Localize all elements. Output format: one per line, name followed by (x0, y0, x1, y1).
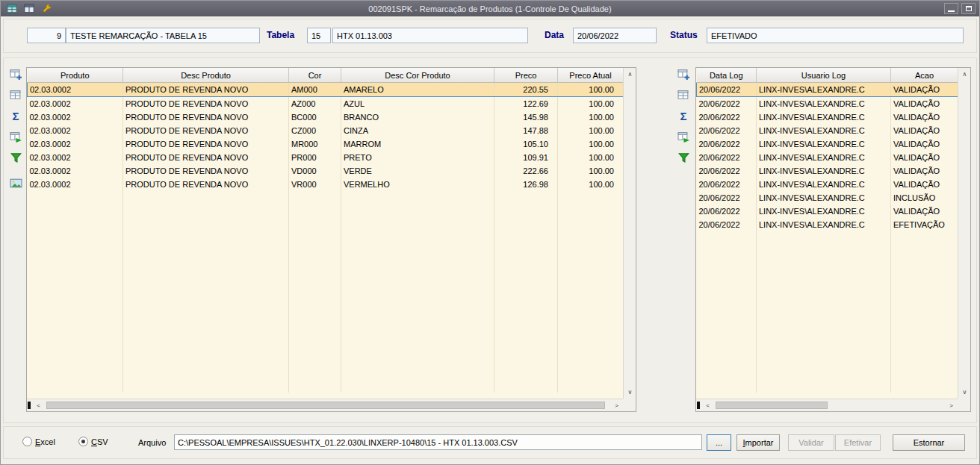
scroll-right-icon[interactable]: > (945, 399, 958, 411)
cell[interactable]: PRODUTO DE REVENDA NOVO (123, 83, 289, 97)
cell[interactable]: 100.00 (558, 151, 624, 164)
cell[interactable]: 100.00 (558, 97, 624, 111)
cell[interactable]: PRODUTO DE REVENDA NOVO (123, 137, 289, 151)
tabela-number-field[interactable]: 15 (307, 28, 331, 43)
cell[interactable]: AMARELO (341, 83, 494, 97)
data-field[interactable]: 20/06/2022 (573, 28, 657, 43)
cell[interactable]: 20/06/2022 (697, 83, 757, 97)
cell[interactable]: PRODUTO DE REVENDA NOVO (123, 151, 289, 164)
cell[interactable]: 105.10 (494, 137, 558, 151)
cell[interactable]: AZUL (341, 97, 494, 111)
table-row[interactable]: 20/06/2022LINX-INVES\ALEXANDRE.CINCLUSÃO (697, 191, 958, 205)
cell[interactable]: 20/06/2022 (697, 164, 757, 178)
arquivo-input[interactable] (174, 434, 702, 450)
cell[interactable]: VR000 (289, 178, 341, 191)
grid-layout-icon[interactable] (9, 88, 22, 102)
table-row[interactable]: 20/06/2022LINX-INVES\ALEXANDRE.CVALIDAÇÃ… (697, 124, 958, 137)
cell[interactable]: 100.00 (558, 178, 624, 191)
cell[interactable]: 02.03.0002 (28, 124, 123, 137)
cell[interactable]: 20/06/2022 (697, 218, 757, 231)
cell[interactable]: PRODUTO DE REVENDA NOVO (123, 178, 289, 191)
cell[interactable]: 20/06/2022 (697, 97, 757, 111)
cell[interactable]: VALIDAÇÃO (891, 124, 958, 137)
cell[interactable]: 20/06/2022 (697, 205, 757, 218)
grid-customize-icon[interactable] (9, 67, 22, 81)
cell[interactable]: 02.03.0002 (28, 83, 123, 97)
cell[interactable]: PR000 (289, 151, 341, 164)
cell[interactable]: INCLUSÃO (891, 191, 958, 205)
hscroll-thumb[interactable] (46, 402, 605, 409)
log-vertical-scrollbar[interactable]: ∧ ∨ (958, 68, 970, 399)
column-header[interactable]: Preco (494, 68, 558, 83)
cell[interactable]: VERDE (341, 164, 494, 178)
cell[interactable]: VERMELHO (341, 178, 494, 191)
cell[interactable]: 20/06/2022 (697, 110, 757, 124)
cell[interactable]: VALIDAÇÃO (891, 83, 958, 97)
scroll-down-icon[interactable]: ∨ (958, 387, 971, 398)
image-icon[interactable] (9, 176, 22, 190)
filter-icon[interactable] (677, 151, 690, 164)
cell[interactable]: LINX-INVES\ALEXANDRE.C (757, 218, 891, 231)
cell[interactable]: 20/06/2022 (697, 151, 757, 164)
grid-customize-icon[interactable] (677, 67, 690, 81)
cell[interactable]: VALIDAÇÃO (891, 97, 958, 111)
cell[interactable]: LINX-INVES\ALEXANDRE.C (757, 110, 891, 124)
record-name-field[interactable]: TESTE REMARCAÇÃO - TABELA 15 (66, 28, 260, 43)
table-row[interactable]: 02.03.0002PRODUTO DE REVENDA NOVOCZ000CI… (28, 124, 624, 137)
cell[interactable]: CZ000 (289, 124, 341, 137)
hscroll-thumb[interactable] (716, 402, 828, 409)
cell[interactable]: PRETO (341, 151, 494, 164)
cell[interactable]: PRODUTO DE REVENDA NOVO (123, 164, 289, 178)
table-row[interactable]: 02.03.0002PRODUTO DE REVENDA NOVOVD000VE… (28, 164, 624, 178)
scroll-left-icon[interactable]: < (32, 399, 45, 411)
log-horizontal-scrollbar[interactable]: < > (696, 399, 958, 411)
cell[interactable]: LINX-INVES\ALEXANDRE.C (757, 178, 891, 191)
cell[interactable]: VALIDAÇÃO (891, 137, 958, 151)
scroll-left-icon[interactable]: < (701, 399, 714, 411)
importar-button[interactable]: Importar (736, 434, 780, 451)
column-header[interactable]: Desc Produto (123, 68, 289, 83)
cell[interactable]: LINX-INVES\ALEXANDRE.C (757, 191, 891, 205)
cell[interactable]: LINX-INVES\ALEXANDRE.C (757, 164, 891, 178)
app-grid-icon[interactable] (6, 3, 18, 15)
estornar-button[interactable]: Estornar (893, 434, 965, 451)
minimize-button[interactable] (944, 3, 958, 14)
cell[interactable]: 02.03.0002 (28, 137, 123, 151)
scroll-up-icon[interactable]: ∧ (958, 69, 971, 80)
table-row[interactable]: 02.03.0002PRODUTO DE REVENDA NOVOVR000VE… (28, 178, 624, 191)
column-header[interactable]: Produto (28, 68, 123, 83)
cell[interactable]: PRODUTO DE REVENDA NOVO (123, 110, 289, 124)
record-id-field[interactable]: 9 (27, 28, 66, 43)
cell[interactable]: 02.03.0002 (28, 164, 123, 178)
cell[interactable]: 02.03.0002 (28, 151, 123, 164)
cell[interactable]: PRODUTO DE REVENDA NOVO (123, 124, 289, 137)
cell[interactable]: VALIDAÇÃO (891, 164, 958, 178)
cell[interactable]: MR000 (289, 137, 341, 151)
excel-radio[interactable] (22, 437, 32, 446)
tabela-desc-field[interactable]: HTX 01.13.003 (332, 28, 528, 43)
sum-icon[interactable]: Σ (9, 109, 22, 122)
table-row[interactable]: 20/06/2022LINX-INVES\ALEXANDRE.CVALIDAÇÃ… (697, 97, 958, 111)
cell[interactable]: AZ000 (289, 97, 341, 111)
filter-icon[interactable] (9, 151, 22, 164)
cell[interactable]: EFETIVAÇÃO (891, 218, 958, 231)
csv-radio[interactable] (78, 437, 88, 446)
table-row[interactable]: 20/06/2022LINX-INVES\ALEXANDRE.CVALIDAÇÃ… (697, 164, 958, 178)
table-row[interactable]: 02.03.0002PRODUTO DE REVENDA NOVOMR000MA… (28, 137, 624, 151)
table-row[interactable]: 20/06/2022LINX-INVES\ALEXANDRE.CEFETIVAÇ… (697, 218, 958, 231)
cell[interactable]: BC000 (289, 110, 341, 124)
cell[interactable]: 100.00 (558, 137, 624, 151)
cell[interactable]: 02.03.0002 (28, 97, 123, 111)
sum-icon[interactable]: Σ (677, 109, 690, 122)
table-row[interactable]: 20/06/2022LINX-INVES\ALEXANDRE.CVALIDAÇÃ… (697, 110, 958, 124)
cell[interactable]: 220.55 (494, 83, 558, 97)
cell[interactable]: 100.00 (558, 164, 624, 178)
status-field[interactable]: EFETIVADO (707, 28, 964, 43)
column-header[interactable]: Preco Atual (558, 68, 624, 83)
products-horizontal-scrollbar[interactable]: < > (27, 399, 623, 411)
cell[interactable]: CINZA (341, 124, 494, 137)
table-row[interactable]: 20/06/2022LINX-INVES\ALEXANDRE.CVALIDAÇÃ… (697, 151, 958, 164)
table-row[interactable]: 02.03.0002PRODUTO DE REVENDA NOVOAM000AM… (28, 83, 624, 97)
cell[interactable]: 20/06/2022 (697, 137, 757, 151)
cell[interactable]: 20/06/2022 (697, 178, 757, 191)
